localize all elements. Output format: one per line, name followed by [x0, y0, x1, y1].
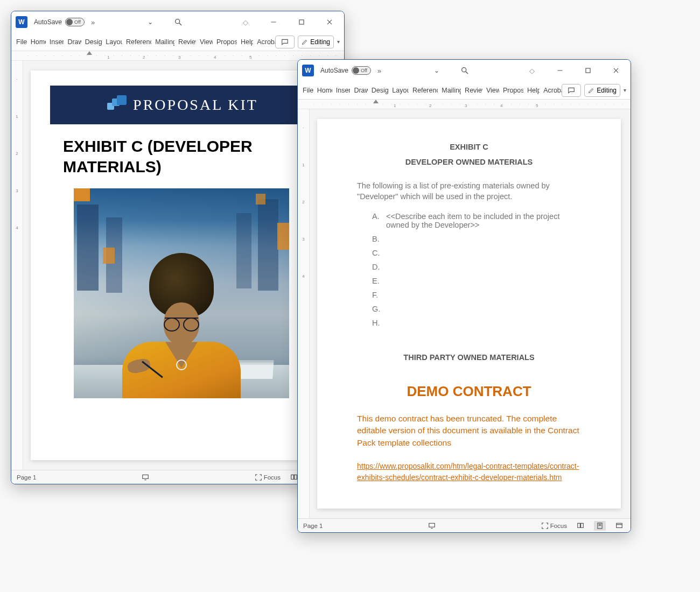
quick-access-more-icon[interactable]: » [91, 18, 95, 26]
tab-file[interactable]: File [299, 81, 313, 99]
svg-rect-3 [299, 20, 304, 24]
ribbon-overflow-icon[interactable]: ▾ [337, 39, 341, 45]
document-area: ·1234 EXHIBIT C DEVELOPER OWNED MATERIAL… [298, 109, 631, 518]
status-page-number[interactable]: Page 1 [17, 474, 36, 481]
autosave-toggle-group: AutoSave Off [34, 18, 85, 26]
autosave-toggle[interactable]: Off [65, 18, 85, 26]
ruler-mark: 2 [429, 103, 431, 108]
banner-brand-text: PROPOSAL KIT [133, 96, 258, 114]
list-item: E. [372, 277, 581, 285]
print-layout-icon[interactable] [594, 521, 606, 531]
tab-acrobat[interactable]: Acrobat [540, 81, 562, 99]
title-dropdown-icon[interactable]: ⌄ [138, 12, 163, 32]
doc-intro-paragraph: The following is a list of pre-existing … [357, 180, 581, 202]
tab-draw[interactable]: Draw [350, 81, 367, 99]
proposal-kit-banner: PROPOSAL KIT [50, 86, 315, 124]
ruler-tab-stop-icon[interactable] [373, 100, 379, 103]
diamond-premium-icon[interactable]: ◇ [233, 12, 258, 32]
doc-list: A.<<Describe each item to be included in… [357, 212, 581, 327]
tab-proposal[interactable]: Proposal [499, 81, 523, 99]
display-settings-icon[interactable] [428, 522, 436, 530]
tab-file[interactable]: File [12, 33, 27, 51]
minimize-button[interactable] [261, 12, 286, 32]
list-item: D. [372, 263, 581, 271]
tab-home[interactable]: Home [27, 33, 46, 51]
tab-mailings[interactable]: Mailings [438, 81, 461, 99]
tab-insert[interactable]: Insert [46, 33, 64, 51]
ribbon-tabs: File Home Insert Draw Design Layout Refe… [11, 33, 344, 51]
ribbon-right-tools: Editing ▾ [275, 33, 343, 51]
demo-contract-title: DEMO CONTRACT [357, 383, 581, 400]
tab-help[interactable]: Help [523, 81, 540, 99]
editing-label: Editing [597, 87, 617, 94]
vertical-ruler[interactable]: ·1234 [11, 61, 23, 470]
svg-rect-19 [429, 523, 435, 527]
svg-rect-16 [586, 68, 590, 73]
document-page[interactable]: PROPOSAL KIT EXHIBIT C (DEVELOPER MATERI… [31, 71, 334, 460]
tab-references[interactable]: References [409, 81, 438, 99]
status-page-number[interactable]: Page 1 [303, 523, 323, 529]
tab-home[interactable]: Home [313, 81, 332, 99]
tab-review[interactable]: Review [174, 33, 196, 51]
comments-button[interactable] [275, 36, 295, 48]
close-button[interactable] [604, 60, 628, 81]
display-settings-icon[interactable] [141, 474, 150, 481]
proposal-kit-logo-icon [107, 95, 127, 115]
demo-contract-link[interactable]: https://www.proposalkit.com/htm/legal-co… [357, 461, 581, 483]
document-area: ·1234 PROPOSAL KIT EXHIBIT C (DEVELOPER … [11, 61, 344, 470]
svg-line-1 [179, 23, 181, 25]
horizontal-ruler[interactable]: · · · · · · · · · · · · · · · · · · · · … [11, 51, 344, 61]
ribbon-overflow-icon[interactable]: ▾ [624, 87, 627, 93]
search-icon[interactable] [452, 60, 477, 81]
svg-point-13 [461, 68, 466, 72]
read-mode-icon[interactable] [575, 521, 586, 531]
titlebar: W AutoSave Off » ⌄ ◇ [11, 11, 344, 33]
tab-references[interactable]: References [122, 33, 151, 51]
tab-review[interactable]: Review [461, 81, 482, 99]
doc-heading-2: DEVELOPER OWNED MATERIALS [357, 158, 581, 166]
document-title: EXHIBIT C (DEVELOPER MATERIALS) [63, 136, 302, 177]
autosave-toggle[interactable]: Off [352, 66, 371, 75]
svg-point-0 [175, 19, 179, 24]
ribbon-right-tools: Editing ▾ [562, 81, 629, 99]
list-item: H. [372, 319, 581, 327]
focus-mode-button[interactable]: Focus [541, 522, 567, 530]
quick-access-more-icon[interactable]: » [377, 67, 381, 75]
tab-design[interactable]: Design [368, 81, 389, 99]
title-dropdown-icon[interactable]: ⌄ [424, 60, 449, 81]
word-app-icon: W [16, 16, 27, 28]
comments-button[interactable] [562, 84, 581, 97]
svg-rect-24 [617, 523, 622, 527]
tab-view[interactable]: View [196, 33, 213, 51]
tab-help[interactable]: Help [237, 33, 253, 51]
tab-design[interactable]: Design [81, 33, 102, 51]
focus-mode-button[interactable]: Focus [255, 474, 281, 481]
focus-label: Focus [550, 523, 567, 529]
document-page[interactable]: EXHIBIT C DEVELOPER OWNED MATERIALS The … [317, 119, 621, 509]
ruler-tab-stop-icon[interactable] [87, 51, 92, 55]
minimize-button[interactable] [548, 60, 572, 81]
horizontal-ruler[interactable]: · · · · · · · · · · · · · · · · · · · · … [298, 100, 631, 109]
vertical-ruler[interactable]: ·1234 [298, 109, 310, 518]
ruler-mark: 1 [394, 103, 396, 108]
tab-layout[interactable]: Layout [388, 81, 409, 99]
maximize-button[interactable] [289, 12, 314, 32]
ruler-mark: 5 [249, 55, 251, 60]
tab-layout[interactable]: Layout [102, 33, 122, 51]
demo-contract-body: This demo contract has been truncated. T… [357, 413, 581, 449]
web-layout-icon[interactable] [613, 521, 625, 531]
maximize-button[interactable] [576, 60, 600, 81]
editing-mode-button[interactable]: Editing [298, 36, 334, 48]
close-button[interactable] [317, 12, 342, 32]
list-item: G. [372, 305, 581, 313]
tab-view[interactable]: View [482, 81, 499, 99]
tab-proposal[interactable]: Proposal [213, 33, 237, 51]
ruler-mark: 3 [178, 55, 180, 60]
editing-mode-button[interactable]: Editing [584, 84, 620, 97]
search-icon[interactable] [166, 12, 191, 32]
tab-draw[interactable]: Draw [64, 33, 81, 51]
tab-mailings[interactable]: Mailings [151, 33, 174, 51]
tab-acrobat[interactable]: Acrobat [253, 33, 275, 51]
tab-insert[interactable]: Insert [332, 81, 351, 99]
diamond-premium-icon[interactable]: ◇ [520, 60, 544, 81]
